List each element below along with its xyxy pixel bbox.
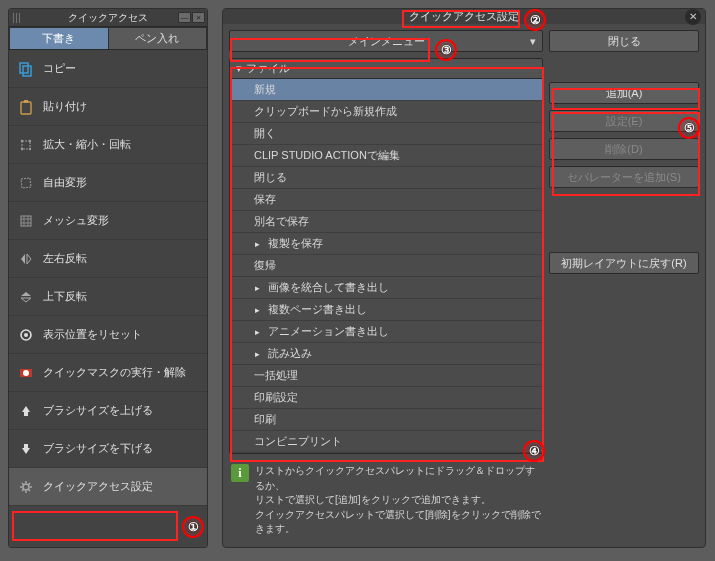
triangle-right-icon: ▸ [252,327,262,337]
category-dropdown[interactable]: メインメニュー ▾ [229,30,543,52]
tree-item[interactable]: 閉じる [230,167,542,189]
tree-item-label: 印刷 [254,412,276,427]
tree-group-file[interactable]: ▾ ファイル [230,59,542,79]
tree-group-label: ファイル [246,61,290,76]
svg-rect-14 [24,412,28,416]
palette-item-flipv[interactable]: 上下反転 [9,278,207,316]
palette-item-label: 貼り付け [43,99,87,114]
gear-icon [17,478,35,496]
tree-item[interactable]: 復帰 [230,255,542,277]
tree-item-label: 開く [254,126,276,141]
svg-rect-1 [23,66,31,76]
flipv-icon [17,288,35,306]
tree-item-label: 復帰 [254,258,276,273]
tree-item[interactable]: ▸複数ページ書き出し [230,299,542,321]
svg-rect-0 [20,63,28,73]
palette-item-gear[interactable]: クイックアクセス設定 [9,468,207,506]
palette-item-label: 左右反転 [43,251,87,266]
tree-item-label: 画像を統合して書き出し [268,280,389,295]
tree-item-label: コンビニプリント [254,434,342,449]
svg-point-13 [23,370,29,376]
palette-item-label: 上下反転 [43,289,87,304]
tree-item[interactable]: 印刷設定 [230,387,542,409]
tree-item-label: CLIP STUDIO ACTIONで編集 [254,148,400,163]
triangle-right-icon: ▸ [252,349,262,359]
tree-item[interactable]: ▸画像を統合して書き出し [230,277,542,299]
palette-item-copy[interactable]: コピー [9,50,207,88]
delete-button: 削除(D) [549,138,699,160]
palette-header[interactable]: クイックアクセス — × [9,9,207,27]
svg-rect-4 [22,141,30,149]
svg-rect-2 [21,102,31,114]
chevron-down-icon: ▾ [530,35,536,48]
dialog-close-icon[interactable]: ✕ [685,9,701,25]
dropdown-label: メインメニュー [348,34,425,49]
freeform-icon [17,174,35,192]
tree-item[interactable]: ▸複製を保存 [230,233,542,255]
quick-access-palette: クイックアクセス — × 下書き ペン入れ コピー貼り付け拡大・縮小・回転自由変… [8,8,208,548]
tree-item[interactable]: ▸アニメーション書き出し [230,321,542,343]
close-button[interactable]: 閉じる [549,30,699,52]
palette-item-scale[interactable]: 拡大・縮小・回転 [9,126,207,164]
triangle-right-icon: ▸ [252,305,262,315]
quick-access-settings-dialog: クイックアクセス設定 ✕ メインメニュー ▾ ▾ ファイル 新規クリップボードか… [222,8,706,548]
palette-item-label: メッシュ変形 [43,213,109,228]
brushdown-icon [17,440,35,458]
palette-item-mask[interactable]: クイックマスクの実行・解除 [9,354,207,392]
dialog-header[interactable]: クイックアクセス設定 ✕ [223,9,705,24]
palette-item-label: 自由変形 [43,175,87,190]
triangle-right-icon: ▸ [252,239,262,249]
palette-item-brushdown[interactable]: ブラシサイズを下げる [9,430,207,468]
settings-button: 設定(E) [549,110,699,132]
dialog-title: クイックアクセス設定 [409,9,519,24]
tree-item[interactable]: コンビニプリント [230,431,542,453]
restore-layout-button[interactable]: 初期レイアウトに戻す(R) [549,252,699,274]
tab-ink[interactable]: ペン入れ [108,27,208,49]
palette-item-mesh[interactable]: メッシュ変形 [9,202,207,240]
palette-item-brushup[interactable]: ブラシサイズを上げる [9,392,207,430]
svg-point-6 [29,139,31,141]
tree-item-label: 複数ページ書き出し [268,302,367,317]
close-icon[interactable]: × [192,12,205,23]
tab-draft[interactable]: 下書き [9,27,108,49]
palette-item-label: クイックマスクの実行・解除 [43,365,186,380]
tree-item-label: 閉じる [254,170,287,185]
svg-rect-9 [21,216,31,226]
scale-icon [17,136,35,154]
callout-2: ② [524,9,546,31]
tree-item[interactable]: ▸読み込み [230,343,542,365]
tree-item[interactable]: 印刷 [230,409,542,431]
tree-item[interactable]: CLIP STUDIO ACTIONで編集 [230,145,542,167]
palette-item-fliph[interactable]: 左右反転 [9,240,207,278]
mask-icon [17,364,35,382]
brushup-icon [17,402,35,420]
tree-item[interactable]: 一括処理 [230,365,542,387]
fliph-icon [17,250,35,268]
svg-point-16 [23,484,29,490]
svg-point-11 [24,333,28,337]
tree-item[interactable]: クリップボードから新規作成 [230,101,542,123]
minimize-icon[interactable]: — [178,12,191,23]
palette-body: コピー貼り付け拡大・縮小・回転自由変形メッシュ変形左右反転上下反転表示位置をリセ… [9,49,207,547]
separator-button: セパレーターを追加(S) [549,166,699,188]
palette-title: クイックアクセス [68,11,148,25]
add-button[interactable]: 追加(A) [549,82,699,104]
palette-item-label: クイックアクセス設定 [43,479,153,494]
tree-item[interactable]: 保存 [230,189,542,211]
palette-item-reset[interactable]: 表示位置をリセット [9,316,207,354]
palette-item-label: 表示位置をリセット [43,327,142,342]
copy-icon [17,60,35,78]
svg-point-8 [29,147,31,149]
tree-item[interactable]: 別名で保存 [230,211,542,233]
tree-item-label: 印刷設定 [254,390,298,405]
callout-4: ④ [523,440,545,462]
info-icon: i [231,464,249,482]
tree-item[interactable]: 開く [230,123,542,145]
paste-icon [17,98,35,116]
palette-item-label: ブラシサイズを下げる [43,441,153,456]
tree-item-label: アニメーション書き出し [268,324,389,339]
palette-item-paste[interactable]: 貼り付け [9,88,207,126]
palette-item-freeform[interactable]: 自由変形 [9,164,207,202]
tree-item[interactable]: 新規 [230,79,542,101]
palette-tabs: 下書き ペン入れ [9,27,207,49]
